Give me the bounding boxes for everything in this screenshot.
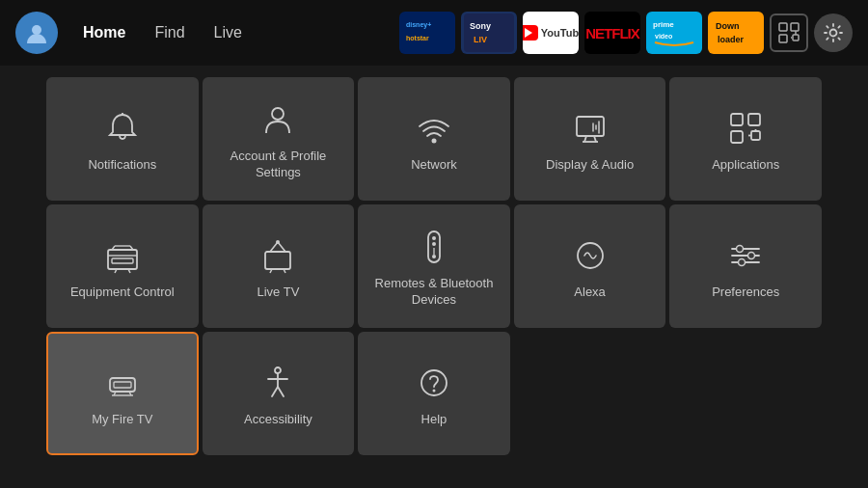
svg-point-44 [276, 240, 280, 244]
app-prime[interactable]: prime video [646, 12, 702, 54]
grid-accessibility[interactable]: Accessibility [203, 332, 355, 455]
my-fire-tv-label: My Fire TV [92, 412, 152, 428]
nav-links: Home Find Live [71, 18, 254, 47]
svg-rect-10 [711, 14, 761, 52]
svg-text:LIV: LIV [474, 35, 487, 44]
svg-text:prime: prime [653, 20, 674, 29]
svg-point-70 [432, 389, 435, 392]
svg-rect-1 [402, 14, 452, 52]
avatar[interactable] [15, 12, 58, 54]
app-shortcuts: disney+ hotstar Sony LIV YouTube NETFLIX [399, 12, 853, 54]
svg-rect-29 [731, 131, 743, 143]
grid-my-fire-tv[interactable]: My Fire TV [46, 332, 199, 455]
settings-grid: Notifications Account & Profile Settings… [46, 77, 822, 455]
svg-rect-37 [112, 258, 133, 263]
remotes-bluetooth-label: Remotes & Bluetooth Devices [367, 276, 501, 309]
app-disney[interactable]: disney+ hotstar [399, 12, 455, 54]
settings-icon[interactable] [814, 14, 853, 52]
svg-point-19 [830, 30, 837, 37]
svg-point-58 [739, 258, 746, 265]
svg-rect-28 [748, 114, 760, 125]
svg-rect-13 [779, 23, 787, 31]
grid-remotes-bluetooth[interactable]: Remotes & Bluetooth Devices [358, 204, 510, 328]
svg-text:Sony: Sony [470, 21, 491, 31]
svg-rect-23 [577, 117, 604, 136]
nav-home[interactable]: Home [71, 18, 137, 47]
svg-text:hotstar: hotstar [406, 35, 429, 41]
grid-preferences[interactable]: Preferences [669, 204, 822, 328]
equipment-control-label: Equipment Control [70, 285, 175, 301]
svg-rect-60 [114, 382, 131, 388]
nav-live[interactable]: Live [203, 18, 254, 47]
svg-point-56 [737, 245, 744, 252]
svg-text:disney+: disney+ [406, 21, 431, 29]
app-youtube[interactable]: YouTube [523, 12, 579, 54]
display-audio-label: Display & Audio [546, 157, 634, 174]
grid-help[interactable]: Help [358, 332, 510, 455]
applications-label: Applications [712, 157, 779, 174]
svg-rect-4 [464, 14, 514, 52]
svg-line-68 [278, 387, 284, 396]
notifications-label: Notifications [88, 157, 156, 174]
grid-alexa[interactable]: Alexa [514, 204, 666, 328]
svg-rect-41 [265, 252, 290, 269]
alexa-label: Alexa [574, 285, 606, 301]
grid-applications[interactable]: Applications [669, 77, 822, 201]
svg-text:Down: Down [716, 21, 740, 31]
svg-rect-27 [731, 114, 743, 125]
grid-account-profile[interactable]: Account & Profile Settings [203, 77, 355, 201]
grid-live-tv[interactable]: Live TV [203, 204, 355, 328]
svg-point-48 [432, 236, 436, 240]
help-label: Help [421, 412, 448, 428]
grid-display-audio[interactable]: Display & Audio [514, 77, 666, 201]
preferences-label: Preferences [712, 285, 779, 301]
svg-point-51 [432, 255, 436, 258]
svg-text:video: video [655, 33, 672, 40]
app-sony[interactable]: Sony LIV [461, 12, 517, 54]
app-downloader[interactable]: Down loader [708, 12, 764, 54]
topbar: Home Find Live disney+ hotstar Sony LIV … [0, 0, 868, 66]
accessibility-label: Accessibility [244, 412, 312, 428]
account-profile-label: Account & Profile Settings [212, 149, 345, 181]
nav-find[interactable]: Find [143, 18, 196, 47]
grid-equipment-control[interactable]: Equipment Control [46, 204, 199, 328]
app-grid-icon[interactable] [770, 14, 808, 52]
svg-rect-16 [793, 35, 799, 41]
svg-rect-14 [791, 23, 799, 31]
svg-text:loader: loader [718, 35, 745, 44]
main-content: Notifications Account & Profile Settings… [0, 66, 868, 467]
app-netflix[interactable]: NETFLIX [584, 12, 640, 54]
svg-point-22 [431, 138, 436, 143]
svg-rect-15 [779, 35, 787, 42]
svg-point-57 [748, 252, 755, 258]
svg-rect-30 [751, 131, 760, 140]
svg-point-49 [432, 242, 436, 246]
svg-point-21 [272, 108, 284, 120]
network-label: Network [411, 157, 457, 174]
svg-point-0 [32, 25, 41, 35]
grid-notifications[interactable]: Notifications [46, 77, 199, 201]
svg-line-67 [272, 387, 278, 396]
live-tv-label: Live TV [257, 285, 299, 301]
grid-network[interactable]: Network [358, 77, 510, 201]
